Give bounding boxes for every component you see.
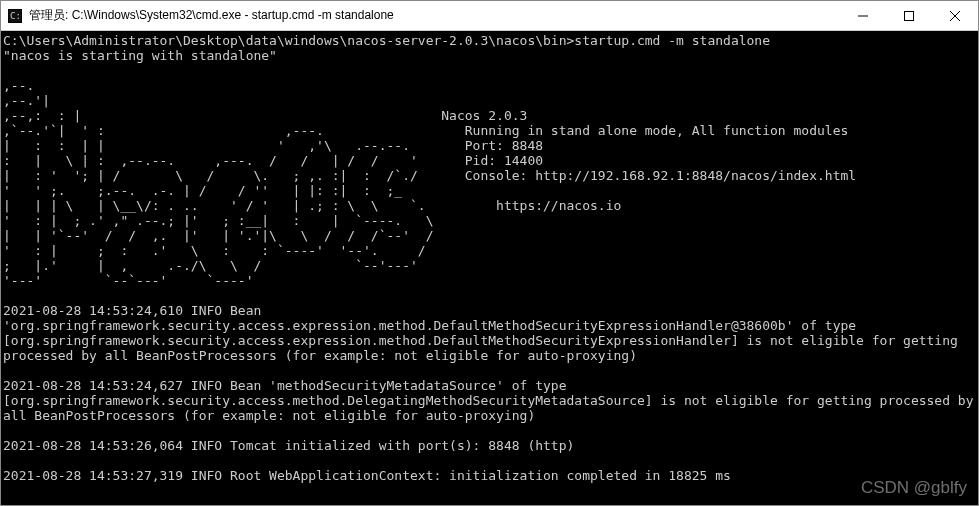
- minimize-icon: [858, 11, 868, 21]
- maximize-button[interactable]: [886, 1, 932, 31]
- titlebar[interactable]: C: 管理员: C:\Windows\System32\cmd.exe - st…: [1, 1, 978, 31]
- starting-line: "nacos is starting with standalone": [3, 48, 277, 63]
- log-line-2: 2021-08-28 14:53:26,064 INFO Tomcat init…: [3, 438, 978, 453]
- log-line-1: 2021-08-28 14:53:24,627 INFO Bean 'metho…: [3, 378, 978, 423]
- window-title: 管理员: C:\Windows\System32\cmd.exe - start…: [29, 7, 394, 24]
- close-button[interactable]: [932, 1, 978, 31]
- log-line-3: 2021-08-28 14:53:27,319 INFO Root WebApp…: [3, 468, 978, 483]
- minimize-button[interactable]: [840, 1, 886, 31]
- maximize-icon: [904, 11, 914, 21]
- terminal-output[interactable]: C:\Users\Administrator\Desktop\data\wind…: [1, 31, 978, 505]
- prompt-line: C:\Users\Administrator\Desktop\data\wind…: [3, 33, 770, 48]
- close-icon: [950, 11, 960, 21]
- log-line-0: 2021-08-28 14:53:24,610 INFO Bean 'org.s…: [3, 303, 978, 363]
- svg-text:C:: C:: [10, 11, 21, 21]
- ascii-art-block: ,--. ,--.'| ,--,: : | Nacos 2.0.3 ,`--.'…: [3, 78, 856, 288]
- svg-rect-4: [905, 11, 914, 20]
- cmd-window: C: 管理员: C:\Windows\System32\cmd.exe - st…: [0, 0, 979, 506]
- cmd-icon: C:: [7, 8, 23, 24]
